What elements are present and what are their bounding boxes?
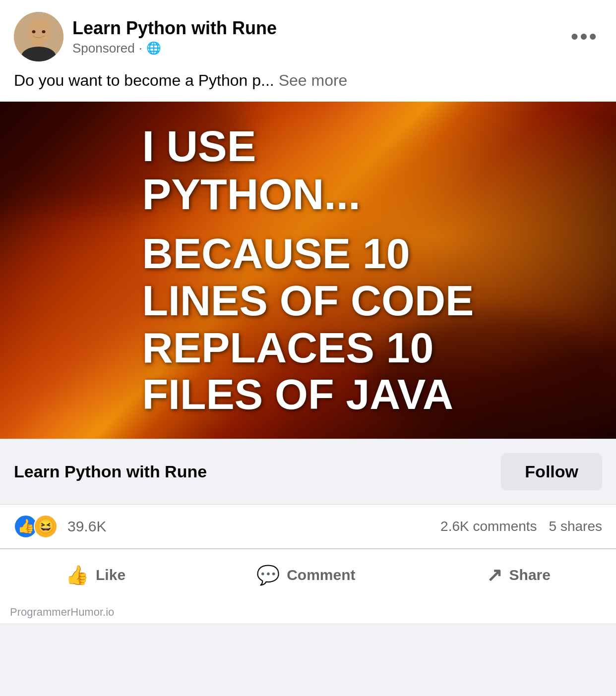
- like-icon: 👍: [65, 564, 89, 586]
- comment-label: Comment: [287, 567, 355, 583]
- post-image: I USEPYTHON... BECAUSE 10LINES OF CODERE…: [0, 102, 616, 439]
- reaction-emojis: 👍 😆: [14, 515, 54, 538]
- reaction-count: 39.6K: [67, 518, 106, 535]
- share-label: Share: [509, 567, 551, 583]
- haha-emoji: 😆: [34, 515, 58, 538]
- action-row: 👍 Like 💬 Comment ↗ Share: [0, 549, 616, 601]
- comment-icon: 💬: [256, 564, 280, 586]
- post-header: Learn Python with Rune Sponsored · 🌐 •••: [0, 0, 616, 69]
- post-header-left: Learn Python with Rune Sponsored · 🌐: [14, 12, 277, 61]
- see-more-button[interactable]: See more: [279, 71, 348, 89]
- svg-point-2: [29, 19, 49, 35]
- ad-footer-title: Learn Python with Rune: [14, 462, 207, 481]
- reactions-row: 👍 😆 39.6K 2.6K comments 5 shares: [0, 505, 616, 549]
- watermark-text: ProgrammerHumor.io: [10, 606, 114, 618]
- post-meta: Sponsored · 🌐: [72, 41, 277, 56]
- svg-point-6: [42, 30, 46, 33]
- like-button[interactable]: 👍 Like: [46, 554, 145, 596]
- more-options-button[interactable]: •••: [567, 20, 602, 53]
- reactions-right: 2.6K comments 5 shares: [440, 519, 602, 534]
- share-count[interactable]: 5 shares: [549, 519, 602, 534]
- comment-count[interactable]: 2.6K comments: [440, 519, 537, 534]
- post-card: Learn Python with Rune Sponsored · 🌐 •••…: [0, 0, 616, 624]
- image-text-line2: BECAUSE 10LINES OF CODEREPLACES 10FILES …: [142, 230, 474, 417]
- post-header-info: Learn Python with Rune Sponsored · 🌐: [72, 18, 277, 56]
- post-body: Do you want to become a Python p... See …: [0, 69, 616, 102]
- share-button[interactable]: ↗ Share: [467, 554, 570, 596]
- follow-button[interactable]: Follow: [501, 453, 602, 490]
- share-icon: ↗: [487, 564, 502, 586]
- svg-point-5: [32, 30, 36, 33]
- ad-footer: Learn Python with Rune Follow: [0, 439, 616, 505]
- watermark: ProgrammerHumor.io: [0, 601, 616, 624]
- post-image-text: I USEPYTHON... BECAUSE 10LINES OF CODERE…: [103, 103, 514, 438]
- post-text: Do you want to become a Python p...: [14, 71, 274, 89]
- like-label: Like: [96, 567, 125, 583]
- avatar[interactable]: [14, 12, 63, 61]
- comment-button[interactable]: 💬 Comment: [237, 554, 375, 596]
- sponsored-label: Sponsored: [72, 41, 135, 56]
- dot-separator: ·: [139, 41, 142, 56]
- image-text-line1: I USEPYTHON...: [142, 122, 474, 219]
- reactions-left: 👍 😆 39.6K: [14, 515, 106, 538]
- page-name[interactable]: Learn Python with Rune: [72, 18, 277, 39]
- globe-icon: 🌐: [146, 41, 161, 55]
